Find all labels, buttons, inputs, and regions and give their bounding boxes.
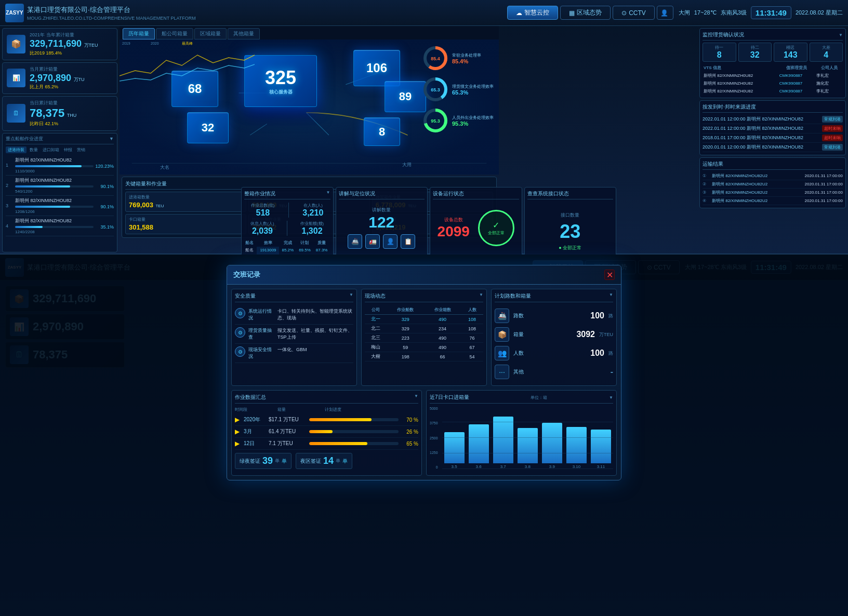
bar-item: 3.6 [469, 424, 489, 469]
bar-item: 3.10 [566, 427, 587, 469]
app-title: 某港口理货有限公司·综合管理平台 [27, 5, 196, 15]
user-button[interactable]: 👤 [657, 6, 673, 20]
bar-item: 3.8 [518, 428, 538, 469]
svg-text:大用: 大用 [402, 162, 412, 167]
traffic-title: 讲解与定位状况 [339, 190, 425, 199]
icon-data: 📋 [401, 234, 415, 249]
ship-list-item: 3 新明州 82/XINMINZHOU82 90.1% 1208/1206 [6, 196, 114, 216]
badge-night: 夜区签证 14 单 单 [296, 453, 352, 469]
chart-icon: ▦ [569, 9, 575, 17]
equipment-title: 设备运行状态 [433, 190, 519, 199]
tab-history[interactable]: 历年箱量 [123, 28, 155, 39]
chart-tabs: 历年箱量 船公司箱量 区域箱量 其他箱量 [120, 26, 499, 39]
donut-2: 65.3 理货搜文业务处理效率 65.3% [422, 76, 494, 103]
logo: ZASYY 某港口理货有限公司·综合管理平台 MOUG.ZHIFEI.TALEO… [5, 4, 196, 22]
year-stat-card: 📦 2021年 当年累计箱量 329,711,690 万TEU 比2019 18… [2, 28, 117, 60]
people-icon: 👥 [495, 346, 509, 360]
progress-day [309, 442, 399, 445]
year-stat-label: 2021年 当年累计箱量 [30, 32, 113, 38]
modal-body: 安全质量 ▼ ⚙ 系统运行情况 卡口、转关待到头、智能理货系统状态、现场 ⚙ 理… [227, 285, 621, 390]
tab-region[interactable]: 区域箱量 [194, 28, 227, 39]
result-row-0: ① 新明州 82/XINMINZHOU82U2 2020.01.31 17:00… [703, 172, 843, 180]
modal-header: 交班记录 ✕ [227, 265, 621, 285]
bar-chart-panel: 近7日卡口进箱量 单位：箱 ▼ 5000 3750 2500 1250 0 [426, 390, 617, 476]
bar-item: 3.7 [493, 417, 513, 469]
wind-label: 东南风3级 [721, 9, 747, 17]
timeline-title: 按发到时·邦时来源进度 [703, 103, 843, 113]
routes-icon: 🚢 [495, 309, 509, 323]
gear-icon-1: ⚙ [235, 327, 245, 338]
metric-3: 卡口箱量 301,588 [125, 214, 246, 234]
live-table-row: 北二 329 234 108 [365, 324, 483, 333]
nav-area-status[interactable]: ▦ 区域态势 [560, 6, 611, 20]
status-0: 待一 8 [703, 43, 736, 62]
y-axis: 5000 3750 2500 1250 0 [430, 407, 440, 469]
plan-row-other: ··· 其他 - [495, 365, 613, 379]
status-3: 大差 4 [810, 43, 843, 62]
safety-col-title: 安全质量 ▼ [235, 292, 353, 302]
block-32: 32 [187, 112, 229, 143]
icon-person: 👤 [383, 234, 398, 249]
nav-cctv[interactable]: ⊙ CCTV [613, 6, 655, 20]
svg-text:85.4: 85.4 [431, 56, 440, 61]
plan-col: 计划路数和箱量 ▼ 🚢 路数 100 路 📦 箱量 3092 万TEU [491, 289, 617, 386]
metric-0: 进港箱数量 769,003 TEU [125, 192, 246, 212]
weather-info: 大闸 17~28℃ 东南风3级 11:31:49 2022.08.02 星期二 [679, 6, 843, 19]
block-8: 8 [364, 117, 400, 146]
donut-charts: 85.4 常驻业务处理率 85.4% 65.3 理货搜文业务处理效 [422, 45, 494, 134]
modal-dialog: 交班记录 ✕ 安全质量 ▼ ⚙ 系统运行情况 卡口、转关待到头、智能理货系统状态… [227, 265, 621, 480]
plan-row-routes: 🚢 路数 100 路 [495, 309, 613, 323]
month-stat-change: 比上月 65.2% [30, 84, 113, 90]
top-dashboard: ZASYY 某港口理货有限公司·综合管理平台 MOUG.ZHIFEI.TALEO… [0, 0, 848, 255]
svg-text:95.3: 95.3 [431, 118, 440, 124]
timeline-row-0: 2022.01.01 12:00:00 新明州 82/XINMINZHOU82 … [703, 115, 843, 124]
results-list: ① 新明州 82/XINMINZHOU82U2 2020.01.31 17:00… [703, 172, 843, 205]
stat-ops-count: 作业船艘(艘) 1,302 [300, 221, 324, 236]
day-stat-unit: THU [67, 113, 77, 118]
block-325: 325 核心服务器 [244, 55, 317, 107]
progress-year [309, 418, 399, 421]
live-table-row: 梅山 59 490 67 [365, 343, 483, 352]
modal-bottom: 作业数据汇总 ▼ 时间段 箱量 计划进度 ▶ 2020年 $17.1 万TEU [227, 390, 621, 480]
stat-rest: 休息人数(人) 2,039 [250, 221, 274, 236]
modal-title: 交班记录 [233, 270, 260, 279]
safety-items: ⚙ 系统运行情况 卡口、转关待到头、智能理货系统状态、现场 ⚙ 理货质量抽查 报… [235, 305, 353, 363]
stat-people: 在人数(人) 3,210 [302, 203, 323, 218]
modal-close-button[interactable]: ✕ [604, 270, 615, 280]
ship-list-item: 4 新明州 82/XINMINZHOU82 35.1% 1240/2208 [6, 216, 114, 236]
app-subtitle: MOUG.ZHIFEI.TALEO.CO.LTD-COMPREHENSIVE M… [27, 16, 196, 21]
timeline-section: 按发到时·邦时来源进度 2022.01.01 12:00:00 新明州 82/X… [699, 100, 846, 155]
bar-item: 3.9 [542, 423, 562, 469]
svg-text:最高峰: 最高峰 [182, 42, 193, 45]
tab-company[interactable]: 船公司箱量 [156, 28, 193, 39]
ops-stats: 作业总数(批) 518 在人数(人) 3,210 [244, 203, 330, 218]
safety-item-2: ⚙ 现场安全情况 一体化、GBM [235, 344, 353, 363]
tab-other[interactable]: 其他箱量 [228, 28, 260, 39]
result-row-2: ③ 新明州 82/XINMINZHOU82U2 2020.01.31 17:00… [703, 189, 843, 197]
live-table-row: 北三 223 490 76 [365, 333, 483, 343]
timeline-row-1: 2022.01.01 12:00:00 新明州 82/XINMINZHOU82 … [703, 124, 843, 133]
ship-list-item: 2 新明州 82/XINMINZHOU82 90.1% 540/1200 [6, 176, 114, 196]
icon-ship: 🚢 [348, 234, 362, 249]
other-icon: ··· [495, 365, 509, 379]
bar-item: 3.11 [591, 430, 611, 469]
table-row: 船名 1913009 85.2% 69.5% 87.3% [244, 247, 330, 253]
year-stat-icon: 📦 [7, 35, 25, 53]
header-titles: 某港口理货有限公司·综合管理平台 MOUG.ZHIFEI.TALEO.CO.LT… [27, 5, 196, 21]
year-stat-row: 329,711,690 万TEU [30, 38, 113, 50]
nav-cloud-control[interactable]: ☁ 智慧云控 [507, 6, 558, 20]
equipment-total: 设备总数 2099 [438, 217, 470, 240]
svg-text:大名: 大名 [160, 165, 169, 170]
ship-section-title: 重点船舶作业进度 ▼ [6, 136, 114, 144]
timeline-row-3: 2020.01.01 12:00:00 新明州 82/XINMINZHOU82 … [703, 143, 843, 152]
badge-green: 绿夜签证 39 单 单 [235, 453, 292, 469]
month-stat-label: 当月累计箱量 [30, 66, 113, 73]
live-table-row: 北一 329 490 108 [365, 315, 483, 324]
mini-chart-area: 2019 2020 最高峰 [120, 39, 255, 91]
plan-row-boxes: 📦 箱量 3092 万TEU [495, 327, 613, 342]
donut-ring-3: 95.3 [422, 107, 449, 134]
svg-line-4 [250, 124, 267, 136]
user-icon: 👤 [660, 9, 668, 17]
ops-data-panel: 作业数据汇总 ▼ 时间段 箱量 计划进度 ▶ 2020年 $17.1 万TEU [231, 390, 422, 476]
donut-1: 85.4 常驻业务处理率 85.4% [422, 45, 494, 72]
